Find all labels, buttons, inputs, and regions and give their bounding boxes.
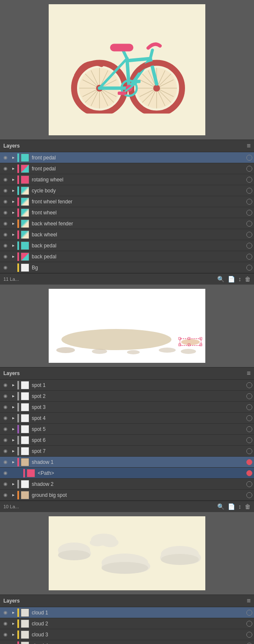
layer-row[interactable]: spot 5 — [0, 424, 254, 435]
expand-icon[interactable] — [10, 177, 16, 183]
delete-icon-2[interactable]: 🗑 — [245, 503, 251, 510]
layer-row[interactable]: spot 6 — [0, 435, 254, 446]
eye-icon[interactable] — [2, 447, 9, 455]
layer-visibility-circle[interactable] — [246, 437, 252, 443]
layers-menu-1[interactable]: ≡ — [247, 142, 251, 150]
eye-icon[interactable] — [2, 403, 9, 411]
expand-icon[interactable] — [10, 210, 16, 216]
eye-icon[interactable] — [2, 242, 9, 249]
layer-visibility-circle[interactable] — [246, 166, 252, 172]
layer-row[interactable]: cloud 3 — [0, 629, 254, 640]
expand-icon[interactable] — [10, 621, 16, 627]
layer-visibility-circle[interactable] — [246, 254, 252, 260]
expand-icon[interactable] — [10, 199, 16, 205]
eye-icon[interactable] — [2, 469, 9, 477]
layer-visibility-circle[interactable] — [246, 448, 252, 454]
layer-visibility-circle[interactable] — [246, 610, 252, 616]
layer-visibility-circle[interactable] — [246, 243, 252, 249]
layer-visibility-circle[interactable] — [246, 232, 252, 238]
layers-menu-3[interactable]: ≡ — [247, 597, 251, 605]
layer-row[interactable]: back pedal — [0, 240, 254, 251]
layer-row[interactable]: front wheel — [0, 207, 254, 218]
eye-icon[interactable] — [2, 220, 9, 227]
layer-visibility-circle[interactable] — [246, 470, 252, 476]
expand-icon[interactable] — [10, 232, 16, 238]
layer-row[interactable]: Bg — [0, 262, 254, 273]
expand-icon[interactable] — [10, 459, 16, 465]
expand-icon[interactable] — [10, 470, 16, 476]
layer-row[interactable]: rotating wheel — [0, 174, 254, 185]
eye-icon[interactable] — [2, 187, 9, 195]
layer-visibility-circle[interactable] — [246, 177, 252, 183]
layer-visibility-circle[interactable] — [246, 221, 252, 227]
expand-icon[interactable] — [10, 221, 16, 227]
layer-row[interactable]: cloud 1 — [0, 607, 254, 618]
expand-icon[interactable] — [10, 415, 16, 421]
expand-icon[interactable] — [10, 155, 16, 161]
eye-icon[interactable] — [2, 620, 9, 628]
layer-row[interactable]: spot 2 — [0, 391, 254, 402]
layer-visibility-circle[interactable] — [246, 393, 252, 399]
layer-visibility-circle[interactable] — [246, 155, 252, 161]
expand-icon[interactable] — [10, 404, 16, 410]
eye-icon[interactable] — [2, 231, 9, 238]
eye-icon[interactable] — [2, 491, 9, 499]
eye-icon[interactable] — [2, 631, 9, 639]
layer-row[interactable]: spot 1 — [0, 380, 254, 391]
layer-row[interactable]: <Path> — [0, 468, 254, 479]
layer-row[interactable]: cloud 4 — [0, 640, 254, 644]
expand-icon[interactable] — [10, 188, 16, 194]
expand-icon[interactable] — [10, 166, 16, 172]
layer-row[interactable]: front wheel fender — [0, 196, 254, 207]
eye-icon[interactable] — [2, 381, 9, 389]
expand-icon[interactable] — [10, 481, 16, 487]
layer-visibility-circle[interactable] — [246, 632, 252, 638]
eye-icon[interactable] — [2, 198, 9, 206]
layer-visibility-circle[interactable] — [246, 199, 252, 205]
expand-icon[interactable] — [10, 265, 16, 271]
expand-icon[interactable] — [10, 382, 16, 388]
expand-icon[interactable] — [10, 243, 16, 249]
expand-icon[interactable] — [10, 254, 16, 260]
layer-row[interactable]: shadow 2 — [0, 479, 254, 490]
layer-row[interactable]: front pedal — [0, 163, 254, 174]
expand-icon[interactable] — [10, 492, 16, 498]
layer-row[interactable]: back pedal — [0, 251, 254, 262]
layer-visibility-circle[interactable] — [246, 382, 252, 388]
expand-icon[interactable] — [10, 632, 16, 638]
eye-icon[interactable] — [2, 480, 9, 488]
move-icon-1[interactable]: ↕ — [238, 276, 241, 282]
new-layer-icon-1[interactable]: 📄 — [228, 276, 235, 282]
layer-visibility-circle[interactable] — [246, 188, 252, 194]
layer-visibility-circle[interactable] — [246, 404, 252, 410]
layer-visibility-circle[interactable] — [246, 265, 252, 271]
eye-icon[interactable] — [2, 642, 9, 644]
eye-icon[interactable] — [2, 414, 9, 422]
layer-row[interactable]: back wheel fender — [0, 218, 254, 229]
eye-icon[interactable] — [2, 176, 9, 184]
layer-row[interactable]: ground big spot — [0, 490, 254, 501]
search-icon-1[interactable]: 🔍 — [217, 276, 224, 282]
eye-icon[interactable] — [2, 209, 9, 216]
layer-visibility-circle[interactable] — [246, 426, 252, 432]
expand-icon[interactable] — [10, 643, 16, 644]
layer-row[interactable]: spot 4 — [0, 413, 254, 424]
layer-row[interactable]: cloud 2 — [0, 618, 254, 629]
expand-icon[interactable] — [10, 610, 16, 616]
delete-icon-1[interactable]: 🗑 — [245, 276, 251, 282]
expand-icon[interactable] — [10, 393, 16, 399]
eye-icon[interactable] — [2, 165, 9, 173]
eye-icon[interactable] — [2, 253, 9, 260]
eye-icon[interactable] — [2, 264, 9, 271]
move-icon-2[interactable]: ↕ — [238, 503, 241, 510]
eye-icon[interactable] — [2, 458, 9, 466]
expand-icon[interactable] — [10, 448, 16, 454]
eye-icon[interactable] — [2, 154, 9, 162]
layer-visibility-circle[interactable] — [246, 492, 252, 498]
eye-icon[interactable] — [2, 436, 9, 444]
layer-visibility-circle[interactable] — [246, 621, 252, 627]
expand-icon[interactable] — [10, 437, 16, 443]
layer-row[interactable]: spot 7 — [0, 446, 254, 457]
layer-visibility-circle[interactable] — [246, 415, 252, 421]
layer-visibility-circle[interactable] — [246, 643, 252, 644]
